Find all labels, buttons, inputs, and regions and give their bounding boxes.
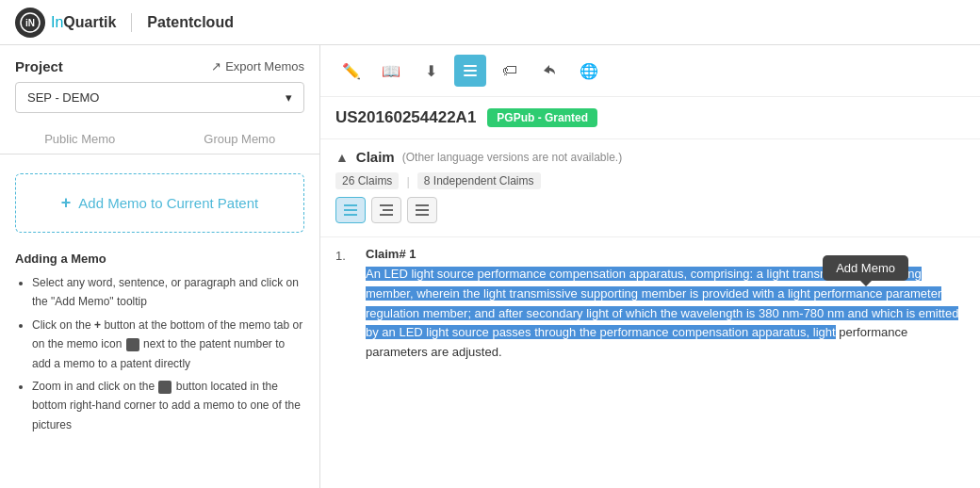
app-header: iN InQuartik Patentcloud [0, 0, 980, 45]
claim-item-1: 1. Claim# 1 Add Memo An LED light source… [335, 247, 965, 363]
list-button[interactable] [454, 55, 486, 87]
tab-public-memo[interactable]: Public Memo [0, 124, 160, 154]
share-button[interactable] [533, 55, 565, 87]
project-dropdown-value: SEP - DEMO [27, 90, 99, 105]
adding-memo-title: Adding a Memo [15, 252, 304, 266]
add-memo-tooltip[interactable]: Add Memo [823, 255, 908, 281]
export-memos-button[interactable]: ↗ Export Memos [211, 59, 304, 73]
independent-label: Independent Claims [433, 174, 534, 187]
download-button[interactable]: ⬇ [415, 55, 447, 87]
zoom-icon [158, 381, 172, 394]
memo-tabs: Public Memo Group Memo [0, 124, 319, 155]
logo-icon: iN [15, 8, 45, 38]
svg-rect-12 [416, 209, 429, 211]
adding-memo-section: Adding a Memo Select any word, sentence,… [0, 240, 319, 449]
independent-claims-badge: 8 Independent Claims [417, 172, 541, 189]
plus-icon: + [61, 193, 72, 213]
svg-rect-9 [383, 209, 393, 211]
svg-rect-6 [344, 209, 357, 211]
claim-body: Claim# 1 Add Memo An LED light source pe… [366, 247, 965, 363]
patent-info-bar: US20160254422A1 PGPub - Granted [320, 97, 980, 139]
sidebar: Project ↗ Export Memos SEP - DEMO ▾ Publ… [0, 45, 320, 488]
memo-icon [126, 338, 139, 351]
svg-rect-3 [464, 70, 477, 72]
logo-separator [131, 13, 132, 32]
claims-count-badge: 26 Claims [335, 172, 399, 189]
claim-header: ▲ Claim (Other language versions are not… [335, 149, 965, 165]
list-item: Zoom in and click on the button located … [32, 377, 304, 434]
independent-number: 8 [424, 174, 431, 187]
svg-rect-4 [464, 74, 477, 76]
claims-label: Claims [358, 174, 393, 187]
claim-toggle-icon[interactable]: ▲ [335, 150, 349, 165]
project-title: Project [15, 58, 63, 74]
svg-text:iN: iN [25, 18, 35, 28]
count-separator: | [406, 174, 409, 188]
export-memos-label: Export Memos [225, 59, 304, 73]
svg-rect-11 [416, 204, 429, 206]
list-view-button[interactable] [335, 197, 366, 223]
add-memo-tooltip-label: Add Memo [836, 261, 895, 275]
add-memo-label: Add Memo to Current Patent [78, 195, 258, 211]
claim-section-note: (Other language versions are not availab… [402, 151, 622, 164]
claim-section-title: Claim [356, 149, 395, 165]
list-item: Click on the + button at the bottom of t… [32, 316, 304, 373]
svg-rect-5 [344, 204, 357, 206]
svg-rect-8 [380, 204, 393, 206]
globe-button[interactable]: 🌐 [573, 55, 605, 87]
toolbar: ✏️ 📖 ⬇ 🏷 🌐 [320, 45, 980, 97]
logo-patentcloud: Patentcloud [147, 14, 234, 31]
tab-group-memo[interactable]: Group Memo [160, 124, 320, 154]
claim-counts: 26 Claims | 8 Independent Claims [335, 172, 965, 189]
svg-rect-7 [344, 214, 357, 216]
svg-rect-2 [464, 65, 477, 67]
adding-memo-list: Select any word, sentence, or paragraph … [15, 273, 304, 434]
view-toggles [335, 197, 965, 223]
right-panel: ✏️ 📖 ⬇ 🏷 🌐 US20160254422A1 PGPub - Gr [320, 45, 980, 488]
chevron-down-icon: ▾ [286, 90, 292, 105]
content-area: 1. Claim# 1 Add Memo An LED light source… [320, 237, 980, 488]
patent-number: US20160254422A1 [335, 108, 476, 127]
pencil-button[interactable]: ✏️ [335, 55, 368, 87]
tag-button[interactable]: 🏷 [494, 55, 526, 87]
project-dropdown[interactable]: SEP - DEMO ▾ [15, 82, 304, 113]
patent-badge: PGPub - Granted [487, 108, 597, 127]
logo: iN InQuartik Patentcloud [15, 8, 234, 38]
book-button[interactable]: 📖 [375, 55, 407, 87]
claim-section: ▲ Claim (Other language versions are not… [320, 139, 980, 237]
main-layout: Project ↗ Export Memos SEP - DEMO ▾ Publ… [0, 45, 980, 488]
svg-rect-13 [416, 214, 429, 216]
list-item: Select any word, sentence, or paragraph … [32, 273, 304, 312]
grid-view-button[interactable] [407, 197, 437, 223]
indent-view-button[interactable] [371, 197, 401, 223]
export-icon: ↗ [211, 59, 221, 73]
add-memo-button[interactable]: + Add Memo to Current Patent [15, 173, 304, 233]
claims-number: 26 [342, 174, 354, 187]
claim-number: 1. [335, 247, 354, 363]
logo-brand: InQuartik [51, 14, 116, 31]
svg-rect-10 [380, 214, 393, 216]
sidebar-header: Project ↗ Export Memos [0, 45, 319, 82]
